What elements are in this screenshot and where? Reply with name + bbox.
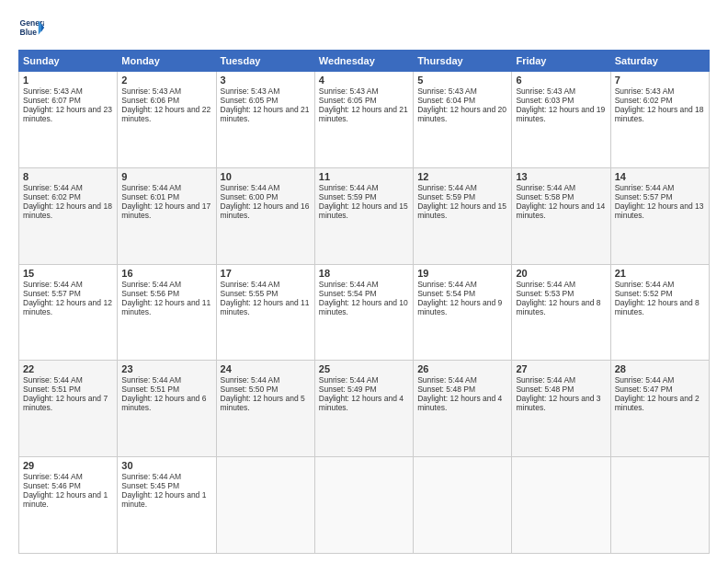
day-number: 16 (121, 268, 211, 279)
col-thursday: Thursday (414, 51, 512, 72)
calendar-cell: 22Sunrise: 5:44 AMSunset: 5:51 PMDayligh… (19, 361, 118, 457)
calendar-week-2: 8Sunrise: 5:44 AMSunset: 6:02 PMDaylight… (19, 167, 710, 264)
page: General Blue Sunday Monday Tuesday Wedne… (0, 0, 728, 563)
calendar-cell (414, 457, 512, 554)
col-friday: Friday (512, 51, 610, 72)
col-monday: Monday (118, 51, 216, 72)
calendar-cell: 17Sunrise: 5:44 AMSunset: 5:55 PMDayligh… (216, 264, 314, 361)
day-number: 17 (221, 268, 311, 279)
header-row: Sunday Monday Tuesday Wednesday Thursday… (19, 51, 710, 72)
calendar-week-5: 29Sunrise: 5:44 AMSunset: 5:46 PMDayligh… (19, 457, 710, 554)
day-number: 20 (516, 268, 606, 279)
calendar-cell: 2Sunrise: 5:43 AMSunset: 6:06 PMDaylight… (118, 72, 216, 168)
day-number: 11 (319, 171, 409, 182)
calendar-cell: 21Sunrise: 5:44 AMSunset: 5:52 PMDayligh… (610, 264, 709, 361)
calendar-cell: 24Sunrise: 5:44 AMSunset: 5:50 PMDayligh… (216, 361, 314, 457)
day-number: 8 (23, 171, 113, 182)
day-number: 9 (121, 171, 211, 182)
calendar-cell: 11Sunrise: 5:44 AMSunset: 5:59 PMDayligh… (314, 167, 413, 264)
day-number: 6 (516, 75, 606, 86)
calendar-cell: 13Sunrise: 5:44 AMSunset: 5:58 PMDayligh… (512, 167, 610, 264)
logo: General Blue (18, 15, 44, 40)
day-number: 26 (417, 363, 507, 374)
calendar-cell: 30Sunrise: 5:44 AMSunset: 5:45 PMDayligh… (118, 457, 216, 554)
logo-icon: General Blue (18, 15, 44, 40)
calendar-cell (314, 457, 413, 554)
calendar-cell (216, 457, 314, 554)
calendar-cell: 27Sunrise: 5:44 AMSunset: 5:48 PMDayligh… (512, 361, 610, 457)
day-number: 12 (417, 171, 507, 182)
day-number: 18 (319, 268, 409, 279)
col-saturday: Saturday (610, 51, 709, 72)
calendar-cell: 1Sunrise: 5:43 AMSunset: 6:07 PMDaylight… (19, 72, 118, 168)
calendar-cell: 3Sunrise: 5:43 AMSunset: 6:05 PMDaylight… (216, 72, 314, 168)
calendar-cell (512, 457, 610, 554)
calendar-cell: 4Sunrise: 5:43 AMSunset: 6:05 PMDaylight… (314, 72, 413, 168)
calendar-cell: 28Sunrise: 5:44 AMSunset: 5:47 PMDayligh… (610, 361, 709, 457)
calendar-cell: 16Sunrise: 5:44 AMSunset: 5:56 PMDayligh… (118, 264, 216, 361)
calendar-cell: 23Sunrise: 5:44 AMSunset: 5:51 PMDayligh… (118, 361, 216, 457)
calendar-cell: 12Sunrise: 5:44 AMSunset: 5:59 PMDayligh… (414, 167, 512, 264)
calendar-cell: 26Sunrise: 5:44 AMSunset: 5:48 PMDayligh… (414, 361, 512, 457)
day-number: 24 (221, 363, 311, 374)
day-number: 27 (516, 363, 606, 374)
day-number: 19 (417, 268, 507, 279)
calendar-cell: 18Sunrise: 5:44 AMSunset: 5:54 PMDayligh… (314, 264, 413, 361)
day-number: 25 (319, 363, 409, 374)
day-number: 28 (615, 363, 705, 374)
calendar-week-1: 1Sunrise: 5:43 AMSunset: 6:07 PMDaylight… (19, 72, 710, 168)
day-number: 13 (516, 171, 606, 182)
header: General Blue (18, 15, 710, 40)
day-number: 2 (121, 75, 211, 86)
calendar-cell: 9Sunrise: 5:44 AMSunset: 6:01 PMDaylight… (118, 167, 216, 264)
calendar-week-4: 22Sunrise: 5:44 AMSunset: 5:51 PMDayligh… (19, 361, 710, 457)
calendar-cell: 10Sunrise: 5:44 AMSunset: 6:00 PMDayligh… (216, 167, 314, 264)
day-number: 15 (23, 268, 113, 279)
calendar-header: Sunday Monday Tuesday Wednesday Thursday… (19, 51, 710, 72)
day-number: 23 (121, 363, 211, 374)
day-number: 5 (417, 75, 507, 86)
calendar-week-3: 15Sunrise: 5:44 AMSunset: 5:57 PMDayligh… (19, 264, 710, 361)
calendar-cell: 5Sunrise: 5:43 AMSunset: 6:04 PMDaylight… (414, 72, 512, 168)
day-number: 30 (121, 460, 211, 471)
calendar-cell: 6Sunrise: 5:43 AMSunset: 6:03 PMDaylight… (512, 72, 610, 168)
calendar-cell (610, 457, 709, 554)
calendar-table: Sunday Monday Tuesday Wednesday Thursday… (18, 50, 710, 554)
col-tuesday: Tuesday (216, 51, 314, 72)
calendar-cell: 14Sunrise: 5:44 AMSunset: 5:57 PMDayligh… (610, 167, 709, 264)
day-number: 3 (221, 75, 311, 86)
svg-text:Blue: Blue (20, 28, 38, 37)
day-number: 7 (615, 75, 705, 86)
calendar-cell: 8Sunrise: 5:44 AMSunset: 6:02 PMDaylight… (19, 167, 118, 264)
calendar-cell: 7Sunrise: 5:43 AMSunset: 6:02 PMDaylight… (610, 72, 709, 168)
calendar-cell: 29Sunrise: 5:44 AMSunset: 5:46 PMDayligh… (19, 457, 118, 554)
calendar-cell: 19Sunrise: 5:44 AMSunset: 5:54 PMDayligh… (414, 264, 512, 361)
day-number: 22 (23, 363, 113, 374)
col-wednesday: Wednesday (314, 51, 413, 72)
calendar-cell: 15Sunrise: 5:44 AMSunset: 5:57 PMDayligh… (19, 264, 118, 361)
day-number: 21 (615, 268, 705, 279)
calendar-body: 1Sunrise: 5:43 AMSunset: 6:07 PMDaylight… (19, 72, 710, 554)
day-number: 14 (615, 171, 705, 182)
day-number: 29 (23, 460, 113, 471)
calendar-cell: 20Sunrise: 5:44 AMSunset: 5:53 PMDayligh… (512, 264, 610, 361)
day-number: 10 (221, 171, 311, 182)
col-sunday: Sunday (19, 51, 118, 72)
day-number: 4 (319, 75, 409, 86)
calendar-cell: 25Sunrise: 5:44 AMSunset: 5:49 PMDayligh… (314, 361, 413, 457)
day-number: 1 (23, 75, 113, 86)
